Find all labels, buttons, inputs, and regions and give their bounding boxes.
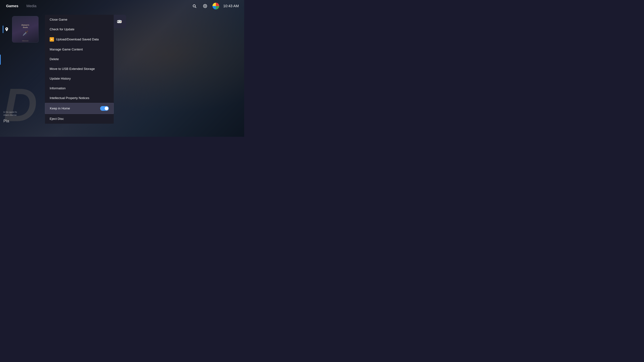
svg-point-9 bbox=[120, 22, 121, 22]
scroll-indicator bbox=[0, 55, 1, 65]
menu-item-upload-download[interactable]: + Upload/Download Saved Data bbox=[45, 34, 114, 44]
left-panel: Demon'sSouls 🗡️ REMAKE bbox=[0, 15, 47, 134]
main-content: Demon'sSouls 🗡️ REMAKE bbox=[0, 12, 244, 137]
menu-item-manage-content[interactable]: Manage Game Content bbox=[45, 44, 114, 54]
svg-rect-10 bbox=[119, 20, 120, 20]
check-update-label: Check for Update bbox=[50, 27, 74, 31]
svg-line-1 bbox=[195, 7, 196, 8]
svg-point-7 bbox=[121, 21, 122, 22]
eject-disc-label: Eject Disc bbox=[50, 117, 64, 121]
game-thumbnail[interactable]: Demon'sSouls 🗡️ REMAKE bbox=[12, 16, 38, 42]
nav-tab-media[interactable]: Media bbox=[26, 2, 37, 9]
sidebar-pinned-icon[interactable] bbox=[3, 26, 10, 33]
toggle-thumb bbox=[105, 107, 108, 110]
close-game-label: Close Game bbox=[50, 18, 68, 21]
search-button[interactable] bbox=[191, 3, 198, 9]
svg-rect-5 bbox=[117, 21, 118, 22]
information-label: Information bbox=[50, 86, 66, 90]
manage-content-label: Manage Game Content bbox=[50, 48, 83, 51]
nav-tab-games[interactable]: Games bbox=[5, 2, 19, 9]
menu-item-move-usb[interactable]: Move to USB Extended Storage bbox=[45, 64, 114, 74]
ip-notices-label: Intellectual Property Notices bbox=[50, 96, 90, 100]
toggle-track bbox=[100, 106, 109, 111]
menu-item-check-update[interactable]: Check for Update bbox=[45, 24, 114, 34]
menu-item-information[interactable]: Information bbox=[45, 83, 114, 93]
top-bar: Games Media 10:43 AM bbox=[0, 0, 244, 12]
move-usb-label: Move to USB Extended Storage bbox=[50, 67, 95, 71]
keep-home-label: Keep in Home bbox=[50, 107, 70, 110]
menu-item-delete[interactable]: Delete bbox=[45, 54, 114, 64]
top-bar-right: 10:43 AM bbox=[191, 3, 239, 9]
context-menu: Close Game Check for Update + Upload/Dow… bbox=[45, 15, 114, 124]
upload-download-label: Upload/Download Saved Data bbox=[56, 37, 99, 41]
delete-label: Delete bbox=[50, 57, 59, 61]
menu-item-keep-home[interactable]: Keep in Home bbox=[45, 103, 114, 114]
menu-item-update-history[interactable]: Update History bbox=[45, 74, 114, 83]
svg-point-6 bbox=[120, 21, 121, 21]
update-history-label: Update History bbox=[50, 77, 71, 80]
clock: 10:43 AM bbox=[223, 4, 239, 8]
controller-icon-box[interactable] bbox=[113, 15, 126, 28]
playstation-network-icon[interactable] bbox=[212, 3, 219, 9]
menu-item-eject-disc[interactable]: Eject Disc bbox=[45, 114, 114, 124]
menu-item-ip-notices[interactable]: Intellectual Property Notices bbox=[45, 93, 114, 103]
settings-button[interactable] bbox=[202, 3, 208, 9]
menu-item-close-game[interactable]: Close Game bbox=[45, 15, 114, 24]
svg-point-8 bbox=[120, 21, 120, 22]
nav-tabs: Games Media bbox=[5, 2, 37, 9]
keep-home-toggle[interactable] bbox=[100, 106, 109, 111]
svg-point-2 bbox=[204, 5, 206, 6]
ps-plus-icon: + bbox=[50, 37, 54, 41]
controller-icon-area bbox=[113, 15, 126, 28]
